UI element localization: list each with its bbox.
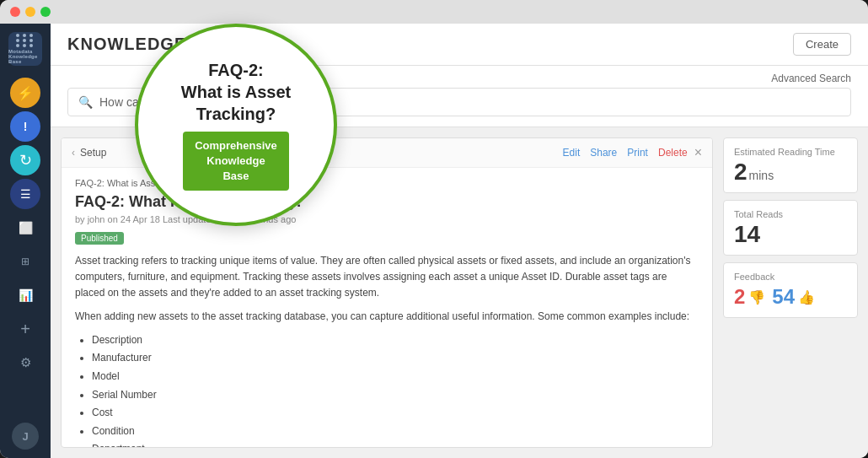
sidebar-logo: Motadata Knowledge Base xyxy=(8,32,42,66)
breadcrumb-parent: Setup xyxy=(80,147,106,159)
overlay-circle: FAQ-2:What is AssetTracking? Comprehensi… xyxy=(135,24,337,226)
feedback-row: 2 👎 54 👍 xyxy=(734,285,847,309)
share-link[interactable]: Share xyxy=(590,147,617,159)
list-item: Department xyxy=(92,440,699,447)
breadcrumb-back-icon[interactable]: ‹ xyxy=(72,147,75,159)
feedback-label: Feedback xyxy=(734,272,847,282)
close-article-button[interactable]: × xyxy=(694,145,702,160)
list-item: Serial Number xyxy=(92,386,699,405)
total-reads-label: Total Reads xyxy=(734,209,847,219)
user-avatar[interactable]: J xyxy=(12,423,39,450)
breadcrumb: ‹ Setup xyxy=(72,147,106,159)
circle-subtitle-band: Comprehensive Knowledge Base xyxy=(183,132,289,191)
circle-title: FAQ-2:What is AssetTracking? xyxy=(181,59,291,125)
titlebar xyxy=(0,0,868,24)
app-body: Motadata Knowledge Base ⚡ ! ↻ ☰ ⬜ ⊞ 📊 + … xyxy=(0,24,868,458)
list-item: Model xyxy=(92,368,699,386)
article-list: Description Manufacturer Model Serial Nu… xyxy=(75,331,699,447)
total-reads-value: 14 xyxy=(734,223,847,246)
thumbs-down-icon: 👎 xyxy=(748,289,765,305)
article-body-text-2: When adding new assets to the asset trac… xyxy=(75,309,699,325)
traffic-lights xyxy=(10,7,51,17)
positive-count: 54 xyxy=(772,285,795,309)
total-reads-card: Total Reads 14 xyxy=(723,200,858,256)
negative-count: 2 xyxy=(734,285,745,309)
article-actions: Edit Share Print Delete xyxy=(563,147,688,159)
thumbs-up-icon: 👍 xyxy=(798,289,815,305)
positive-feedback: 54 👍 xyxy=(772,285,815,309)
advanced-search-link[interactable]: Advanced Search xyxy=(771,73,851,84)
feedback-card: Feedback 2 👎 54 👍 xyxy=(723,262,858,318)
fullscreen-window-button[interactable] xyxy=(40,7,51,17)
create-button[interactable]: Create xyxy=(793,33,851,56)
list-item: Description xyxy=(92,331,699,350)
sidebar-item-analytics[interactable]: 📊 xyxy=(10,280,40,310)
sidebar-item-settings[interactable]: ⚙ xyxy=(10,348,40,378)
close-window-button[interactable] xyxy=(10,7,20,17)
reading-time-value: 2mins xyxy=(734,160,847,184)
sidebar-item-lightning[interactable]: ⚡ xyxy=(10,78,40,108)
list-item: Condition xyxy=(92,423,699,441)
sidebar-item-alert[interactable]: ! xyxy=(10,111,40,142)
article-body-text-1: Asset tracking refers to tracking unique… xyxy=(75,253,699,302)
sidebar-item-knowledge[interactable]: ☰ xyxy=(10,179,40,209)
published-badge: Published xyxy=(75,232,124,245)
logo-text: Motadata Knowledge Base xyxy=(8,49,42,64)
minimize-window-button[interactable] xyxy=(25,7,35,17)
list-item: Cost xyxy=(92,404,699,423)
edit-link[interactable]: Edit xyxy=(563,147,581,159)
reading-time-label: Estimated Reading Time xyxy=(734,147,847,157)
sidebar-item-add[interactable]: + xyxy=(10,314,40,344)
article-meta: by john on 24 Apr 18 Last updated a few … xyxy=(75,214,699,224)
article-body: FAQ-2: What is Asset Tracki... FAQ-2: Wh… xyxy=(62,168,712,447)
delete-link[interactable]: Delete xyxy=(658,147,688,159)
negative-feedback: 2 👎 xyxy=(734,285,765,309)
print-link[interactable]: Print xyxy=(627,147,648,159)
stats-panel: Estimated Reading Time 2mins Total Reads… xyxy=(723,137,858,448)
app-window: Motadata Knowledge Base ⚡ ! ↻ ☰ ⬜ ⊞ 📊 + … xyxy=(0,0,868,458)
sidebar-item-monitor[interactable]: ⬜ xyxy=(10,213,40,243)
list-item: Manufacturer xyxy=(92,349,699,368)
sidebar-item-refresh[interactable]: ↻ xyxy=(10,145,40,175)
reading-time-card: Estimated Reading Time 2mins xyxy=(723,137,858,193)
sidebar: Motadata Knowledge Base ⚡ ! ↻ ☰ ⬜ ⊞ 📊 + … xyxy=(0,24,51,458)
sidebar-item-reports[interactable]: ⊞ xyxy=(10,246,40,277)
search-icon: 🔍 xyxy=(78,95,93,109)
